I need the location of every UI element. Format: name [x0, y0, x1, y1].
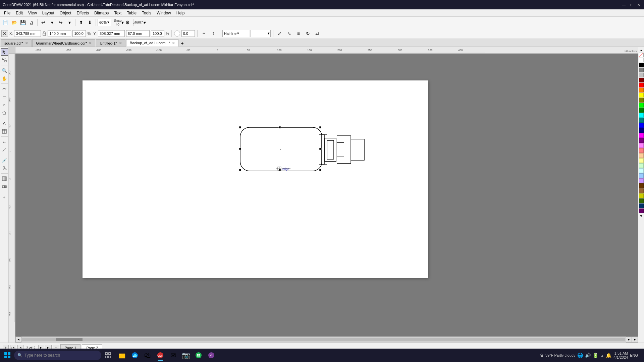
menu-window[interactable]: Window	[154, 10, 174, 16]
color-maroon[interactable]	[639, 78, 644, 82]
tab-backup-close[interactable]: ✕	[172, 41, 175, 45]
color-cyan[interactable]	[639, 113, 644, 118]
tab-untitled-close[interactable]: ✕	[119, 41, 122, 45]
tab-square[interactable]: square.cdr* ✕	[1, 39, 32, 47]
color-lavender[interactable]	[639, 178, 644, 183]
color-blue[interactable]	[639, 123, 644, 128]
tab-grammar[interactable]: GrammarWheelCardboard.cdr* ✕	[32, 39, 95, 47]
tool-icon[interactable]	[1, 30, 8, 37]
taskbar-photos[interactable]: 📷	[180, 349, 192, 361]
pan-tool[interactable]: ✋	[1, 75, 8, 82]
width-pct-input[interactable]	[72, 30, 86, 37]
color-gold[interactable]	[639, 193, 644, 198]
palette-scroll-up[interactable]: ▲	[639, 48, 644, 52]
tab-untitled[interactable]: Untitled-1* ✕	[96, 39, 125, 47]
redo-dropdown[interactable]: ▾	[65, 18, 73, 26]
mirror-h-button[interactable]: ⇔	[200, 29, 208, 38]
color-red[interactable]	[639, 83, 644, 87]
taskbar-store[interactable]: 🛍	[142, 349, 154, 361]
add-page-btn[interactable]: +	[1, 193, 8, 201]
menu-edit[interactable]: Edit	[13, 10, 25, 16]
scroll-right-btn[interactable]: ►	[626, 337, 632, 343]
menu-tools[interactable]: Tools	[139, 10, 154, 16]
interactive-fill-tool[interactable]	[1, 175, 8, 182]
tab-square-close[interactable]: ✕	[25, 41, 28, 45]
maximize-button[interactable]: □	[629, 2, 634, 7]
undo-dropdown[interactable]: ▾	[48, 18, 56, 26]
color-teal[interactable]	[639, 118, 644, 123]
close-button[interactable]: ✕	[636, 2, 641, 7]
color-silver[interactable]	[639, 73, 644, 77]
color-plum[interactable]	[639, 208, 644, 213]
color-light-cyan[interactable]	[639, 168, 644, 173]
print-button[interactable]: 🖨	[28, 18, 36, 26]
color-light-red[interactable]	[639, 148, 644, 153]
connector-tool[interactable]	[1, 146, 8, 154]
height-pct-input[interactable]	[151, 30, 164, 37]
task-view-button[interactable]	[103, 350, 113, 361]
canvas-area[interactable]: -300 -250 -200 -150 -100 -50 0 50 100 15…	[9, 47, 638, 343]
palette-scroll-down[interactable]: ▼	[639, 214, 644, 218]
color-olive[interactable]	[639, 98, 644, 103]
tab-backup[interactable]: Backup_of_ad Lucem...* ✕	[126, 39, 178, 47]
color-orange[interactable]	[639, 88, 644, 93]
taskbar-explorer[interactable]	[116, 349, 128, 361]
redo-button[interactable]: ↪	[57, 18, 65, 26]
export-button[interactable]: ⬇	[86, 18, 94, 26]
menu-effects[interactable]: Effects	[74, 10, 92, 16]
minimize-button[interactable]: —	[621, 2, 627, 7]
menu-help[interactable]: Help	[174, 10, 187, 16]
color-yellow[interactable]	[639, 93, 644, 98]
show-hidden-icons[interactable]: ▲	[600, 354, 604, 357]
mirror-v-button[interactable]: ⇕	[209, 29, 217, 38]
color-dark-green[interactable]	[639, 108, 644, 113]
add-tab-button[interactable]: +	[179, 40, 186, 47]
taskbar-search[interactable]: 🔍 Type here to search	[14, 351, 101, 360]
transform-btn1[interactable]: ⤢	[276, 29, 284, 38]
new-button[interactable]: 📄	[1, 18, 9, 26]
color-white[interactable]	[639, 58, 644, 62]
freehand-tool[interactable]	[1, 85, 8, 93]
zoom-dropdown[interactable]: 60% ▾	[98, 19, 111, 26]
flip-btn[interactable]: ⇄	[313, 29, 321, 38]
scroll-left-btn[interactable]: ◄	[15, 337, 21, 343]
taskbar-app7[interactable]: ✓	[205, 349, 217, 361]
paint-bucket-tool[interactable]	[1, 165, 8, 172]
angle-input[interactable]	[181, 30, 195, 37]
color-light-green[interactable]	[639, 163, 644, 168]
rotate-btn[interactable]: ↻	[304, 29, 312, 38]
dimension-tool[interactable]: ↔	[1, 138, 8, 145]
menu-table[interactable]: Table	[124, 10, 139, 16]
settings-button[interactable]: ⚙	[123, 18, 131, 26]
color-magenta[interactable]	[639, 133, 644, 138]
align-btn[interactable]: ≡	[294, 29, 303, 38]
scroll-next-page-btn[interactable]: ►	[632, 337, 638, 343]
interactive-blend-tool[interactable]	[1, 183, 8, 190]
text-tool[interactable]: A	[1, 120, 8, 127]
color-black[interactable]	[639, 63, 644, 67]
drawing-page[interactable]: ×	[83, 80, 428, 278]
taskbar-edge[interactable]	[129, 349, 141, 361]
show-desktop-button[interactable]	[640, 350, 642, 360]
height-input[interactable]	[126, 30, 150, 37]
network-icon[interactable]: 🌐	[577, 353, 583, 358]
width-input[interactable]	[48, 30, 71, 37]
snap-to-btn[interactable]: Snap To ▾	[115, 18, 123, 26]
no-color-swatch[interactable]	[639, 53, 644, 57]
h-scroll-thumb[interactable]	[56, 338, 83, 341]
menu-layout[interactable]: Layout	[40, 10, 57, 16]
color-forest[interactable]	[639, 198, 644, 203]
menu-object[interactable]: Object	[57, 10, 74, 16]
lang-indicator[interactable]: ENG	[630, 353, 638, 357]
zoom-tool[interactable]: 🔍	[1, 67, 8, 74]
tab-grammar-close[interactable]: ✕	[89, 41, 92, 45]
table-tool[interactable]	[1, 128, 8, 135]
transform-btn2[interactable]: ⤡	[285, 29, 293, 38]
line-type-dropdown[interactable]: ———— ▾	[251, 30, 271, 37]
color-navy[interactable]	[639, 128, 644, 133]
taskbar-coreldraw[interactable]: CDR	[154, 349, 166, 361]
polygon-tool[interactable]: ⬠	[1, 109, 8, 117]
open-button[interactable]: 📂	[10, 18, 18, 26]
line-style-dropdown[interactable]: Hairline ▾	[222, 30, 249, 37]
node-tool[interactable]	[1, 56, 8, 64]
